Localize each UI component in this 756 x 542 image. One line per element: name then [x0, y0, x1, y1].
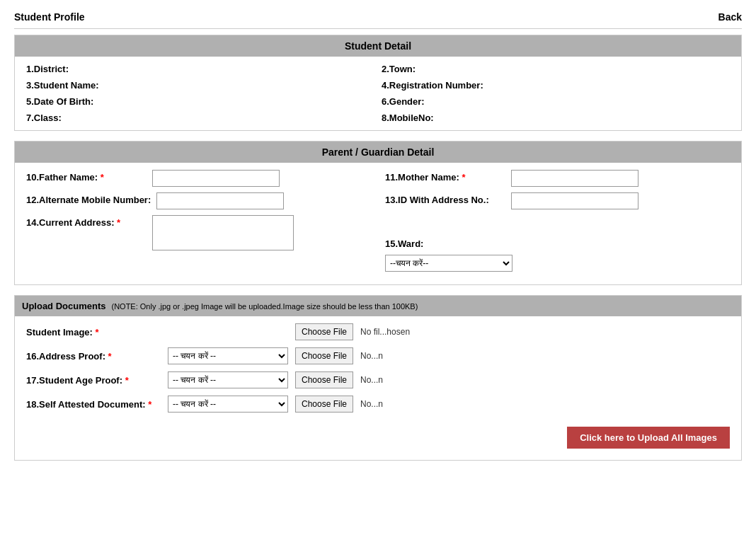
father-name-label: 10.Father Name: *: [26, 170, 147, 183]
current-address-label: 14.Current Address: *: [26, 215, 147, 228]
dob-label: 5.Date Of Birth:: [26, 96, 93, 107]
student-name-label: 3.Student Name:: [26, 80, 99, 91]
current-address-input[interactable]: [152, 215, 294, 250]
top-bar: Student Profile Back: [14, 7, 742, 29]
file-status-1: No fil...hosen: [360, 327, 410, 337]
class-label: 7.Class:: [26, 113, 62, 123]
age-proof-label: 17.Student Age Proof: *: [26, 375, 161, 386]
choose-file-btn-1[interactable]: Choose File: [295, 323, 353, 340]
address-proof-row: 16.Address Proof: * -- चयन करें -- Choos…: [26, 347, 730, 364]
mother-required: *: [462, 172, 465, 183]
age-proof-required: *: [125, 375, 129, 386]
self-attested-row: 18.Self Attested Document: * -- चयन करें…: [26, 396, 730, 413]
student-detail-section: Student Detail 1.District: 2.Town: 3.Stu…: [14, 35, 742, 131]
student-img-required: *: [96, 327, 99, 338]
district-label: 1.District:: [26, 64, 69, 74]
gender-label: 6.Gender:: [382, 96, 425, 107]
address-proof-select[interactable]: -- चयन करें --: [168, 347, 288, 364]
town-label: 2.Town:: [382, 64, 416, 74]
age-proof-select[interactable]: -- चयन करें --: [168, 371, 288, 388]
ward-row: 15.Ward:: [385, 236, 730, 249]
alt-mobile-label: 12.Alternate Mobile Number:: [26, 192, 151, 205]
id-address-input[interactable]: [511, 192, 638, 209]
field-mobile: 8.MobileNo:: [382, 113, 730, 123]
upload-title: Upload Documents: [22, 301, 105, 311]
student-image-label: Student Image: *: [26, 327, 161, 338]
mother-name-label: 11.Mother Name: *: [385, 170, 505, 183]
field-student-name: 3.Student Name:: [26, 80, 374, 91]
file-status-2: No...n: [360, 351, 383, 361]
father-name-input[interactable]: [152, 170, 280, 187]
choose-file-btn-3[interactable]: Choose File: [295, 371, 353, 388]
ward-label: 15.Ward:: [385, 236, 505, 249]
mother-name-row: 11.Mother Name: *: [385, 170, 730, 187]
back-button[interactable]: Back: [718, 11, 742, 23]
choose-file-btn-4[interactable]: Choose File: [295, 396, 353, 413]
parent-detail-section: Parent / Guardian Detail 10.Father Name:…: [14, 141, 742, 285]
page-title: Student Profile: [14, 11, 85, 23]
alt-mobile-input[interactable]: [156, 192, 284, 209]
upload-note: (NOTE: Only .jpg or .jpeg Image will be …: [111, 302, 418, 311]
field-gender: 6.Gender:: [382, 96, 730, 107]
field-district: 1.District:: [26, 64, 374, 74]
student-detail-grid: 1.District: 2.Town: 3.Student Name: 4.Re…: [15, 57, 741, 130]
address-proof-label: 16.Address Proof: *: [26, 351, 161, 362]
reg-number-label: 4.Registration Number:: [382, 80, 483, 91]
parent-cols: 10.Father Name: * 12.Alternate Mobile Nu…: [26, 170, 730, 277]
field-reg-number: 4.Registration Number:: [382, 80, 730, 91]
file-status-4: No...n: [360, 399, 383, 409]
mobile-label: 8.MobileNo:: [382, 113, 434, 123]
parent-right-col: 11.Mother Name: * 13.ID With Address No.…: [385, 170, 730, 277]
self-attested-required: *: [148, 399, 151, 410]
id-address-label: 13.ID With Address No.:: [385, 192, 505, 205]
parent-detail-grid: 10.Father Name: * 12.Alternate Mobile Nu…: [15, 163, 741, 284]
alt-mobile-row: 12.Alternate Mobile Number:: [26, 192, 371, 209]
student-image-row: Student Image: * Choose File No fil...ho…: [26, 323, 730, 340]
field-class: 7.Class:: [26, 113, 374, 123]
id-address-row: 13.ID With Address No.:: [385, 192, 730, 209]
address-proof-required: *: [108, 351, 112, 362]
upload-header: Upload Documents (NOTE: Only .jpg or .jp…: [15, 296, 741, 316]
student-detail-header: Student Detail: [15, 35, 741, 57]
parent-left-col: 10.Father Name: * 12.Alternate Mobile Nu…: [26, 170, 371, 277]
upload-section: Upload Documents (NOTE: Only .jpg or .jp…: [14, 295, 742, 461]
current-address-row: 14.Current Address: *: [26, 215, 371, 250]
mother-name-input[interactable]: [511, 170, 638, 187]
field-town: 2.Town:: [382, 64, 730, 74]
age-proof-row: 17.Student Age Proof: * -- चयन करें -- C…: [26, 371, 730, 388]
choose-file-btn-2[interactable]: Choose File: [295, 347, 353, 364]
parent-detail-header: Parent / Guardian Detail: [15, 142, 741, 163]
self-attested-label: 18.Self Attested Document: *: [26, 399, 161, 410]
upload-footer: Click here to Upload All Images: [26, 420, 730, 453]
upload-content: Student Image: * Choose File No fil...ho…: [15, 316, 741, 460]
self-attested-select[interactable]: -- चयन करें --: [168, 396, 288, 413]
father-name-row: 10.Father Name: *: [26, 170, 371, 187]
file-status-3: No...n: [360, 375, 383, 385]
field-dob: 5.Date Of Birth:: [26, 96, 374, 107]
ward-select-row: --चयन करें-- Ward 1 Ward 2 Ward 3: [385, 255, 730, 272]
father-required: *: [101, 172, 104, 183]
upload-all-button[interactable]: Click here to Upload All Images: [567, 427, 730, 449]
address-required: *: [117, 217, 120, 228]
ward-select[interactable]: --चयन करें-- Ward 1 Ward 2 Ward 3: [385, 255, 512, 272]
